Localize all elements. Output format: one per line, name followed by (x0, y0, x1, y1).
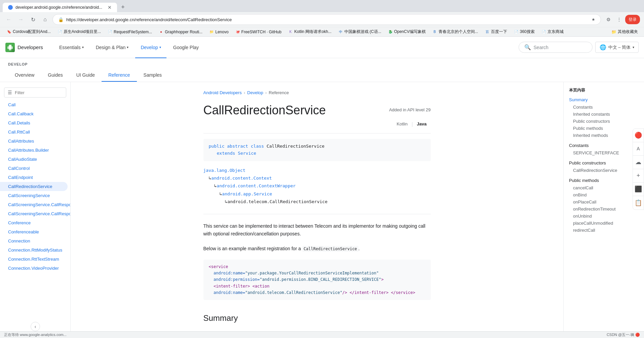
bookmark-item[interactable]: 📄 RequestFileSystem... (105, 29, 155, 35)
sidebar-collapse-btn[interactable]: ‹ (31, 322, 40, 331)
sidebar-item-connection-rttmodifystatus[interactable]: Connection.RttModifyStatus (0, 246, 68, 255)
sidebar-item-call-details[interactable]: Call.Details (0, 118, 68, 127)
bookmark-item[interactable]: 中 中国象棋游戏 (C语... (336, 28, 384, 35)
tab-samples[interactable]: Samples (137, 69, 168, 82)
bookmark-item[interactable]: 📄 360搜索 (511, 28, 537, 35)
tab-close[interactable]: ✕ (108, 5, 112, 10)
bookmark-item[interactable]: B 青春北京的个人空间... (430, 28, 481, 35)
bookmark-item[interactable]: ● Graphhopper Routi... (156, 29, 205, 35)
breadcrumb-android-developers[interactable]: Android Developers (203, 90, 242, 95)
toc-item-onbind[interactable]: onBind (569, 191, 639, 198)
hier-link-contextwrapper[interactable]: android.content.ContextWrapper (217, 182, 296, 190)
edge-btn-5[interactable]: ⬛ (633, 183, 644, 196)
sidebar-item-callendpoint[interactable]: CallEndpoint (0, 173, 68, 182)
filter-box[interactable]: ☰ (4, 87, 66, 98)
toc-item-onplacecall[interactable]: onPlaceCall (569, 198, 639, 205)
bookmark-item[interactable]: 📄 京东商城 (539, 28, 566, 35)
toc-item-onredirectiontimeout[interactable]: onRedirectionTimeout (569, 205, 639, 213)
address-bar[interactable]: 🔒 https://developer.android.google.cn/re… (52, 14, 601, 25)
tab-guides[interactable]: Guides (41, 69, 69, 82)
sidebar-item-callscreening-callresponse-builder[interactable]: CallScreeningService.CallResponse.Builde… (0, 209, 68, 218)
kotlin-lang-btn[interactable]: Kotlin (392, 120, 412, 128)
edge-btn-2[interactable]: A (633, 142, 644, 156)
bookmark-item[interactable]: 百 百度一下 (482, 28, 510, 35)
menu-btn[interactable]: ⋮ (614, 15, 624, 24)
service-link[interactable]: Service (238, 151, 256, 156)
breadcrumb-develop[interactable]: Develop (247, 90, 263, 95)
toc-item-public-methods[interactable]: Public methods (569, 125, 639, 132)
bookmark-item[interactable]: 🐙 FreeSWITCH · GitHub (233, 29, 284, 35)
language-selector[interactable]: 🌐 中文 – 简体 ▾ (595, 42, 639, 53)
toc-item-inherited-methods[interactable]: Inherited methods (569, 132, 639, 139)
hier-link-context[interactable]: android.content.Context (211, 174, 272, 182)
sidebar-item-call[interactable]: Call (0, 100, 68, 109)
new-tab-btn[interactable]: + (117, 2, 129, 12)
bookmark-item[interactable]: 📄 原生Android项目里... (55, 28, 104, 35)
page-title-area: CallRedirectionService Added in API leve… (203, 103, 431, 134)
bookmark-icon: B (432, 30, 437, 34)
url-text: https://developer.android.google.cn/refe… (66, 17, 589, 22)
sidebar-item-connection-videoprovider[interactable]: Connection.VideoProvider (0, 264, 68, 273)
back-button[interactable]: ← (4, 15, 13, 24)
logo-text: Developers (17, 44, 43, 50)
bookmarks-more[interactable]: 📁 其他收藏夹 (609, 28, 640, 35)
tab-reference[interactable]: Reference (102, 69, 137, 82)
extensions-btn[interactable]: ⚙ (604, 15, 613, 24)
toc-section-public-methods[interactable]: Public methods (569, 178, 639, 183)
edge-btn-1[interactable]: 🔴 (633, 129, 644, 142)
bookmark-icon: K (288, 30, 293, 34)
toc-item-constructor[interactable]: CallRedirectionService (569, 167, 639, 174)
toc-section-constants[interactable]: Constants (569, 143, 639, 148)
sidebar-item-callaudiostate[interactable]: CallAudioState (0, 155, 68, 164)
bookmark-item[interactable]: 🔖 Cordova配置到And... (4, 28, 53, 35)
toc-item-redirectcall[interactable]: redirectCall (569, 227, 639, 234)
login-btn[interactable]: 登录 (625, 15, 640, 24)
toc-item-public-constructors[interactable]: Public constructors (569, 118, 639, 125)
edge-btn-6[interactable]: 📋 (633, 196, 644, 210)
toc-item-inherited-constants[interactable]: Inherited constants (569, 111, 639, 118)
sidebar-item-connection-rtttextstream[interactable]: Connection.RttTextStream (0, 255, 68, 264)
java-lang-btn[interactable]: Java (413, 120, 431, 128)
forward-button[interactable]: → (16, 15, 26, 24)
edge-btn-3[interactable]: ☁ (633, 156, 644, 169)
toc-section-public-constructors[interactable]: Public constructors (569, 160, 639, 165)
sidebar-item-callscreening-callresponse[interactable]: CallScreeningService.CallResponse (0, 200, 68, 209)
toc-item-service-interface[interactable]: SERVICE_INTERFACE (569, 149, 639, 156)
bookmark-item[interactable]: K Kotlin 网络请求okh... (286, 28, 334, 35)
nav-develop[interactable]: Develop ▾ (135, 42, 166, 53)
sidebar-item-callcontrol[interactable]: CallControl (0, 164, 68, 173)
hier-link-service[interactable]: android.app.Service (222, 190, 272, 198)
status-left: 正在等待 www.google-analytics.com... (4, 332, 67, 337)
sidebar-item-callredirectionservice[interactable]: CallRedirectionService (0, 182, 68, 191)
nav-google-play[interactable]: Google Play (168, 42, 204, 53)
nav-essentials[interactable]: Essentials ▾ (54, 42, 89, 53)
toc-section-summary[interactable]: Summary (569, 97, 639, 102)
sidebar-item-connection[interactable]: Connection (0, 236, 68, 246)
toc-item-cancelcall[interactable]: cancelCall (569, 184, 639, 191)
edge-btn-4[interactable]: + (633, 169, 644, 183)
refresh-button[interactable]: ↻ (28, 15, 38, 24)
hier-link-object[interactable]: java.lang.Object (203, 166, 245, 174)
sidebar-item-conference[interactable]: Conference (0, 218, 68, 227)
sidebar-item-conferenceable[interactable]: Conferenceable (0, 227, 68, 236)
toc-item-placecallunmodified[interactable]: placeCallUnmodified (569, 220, 639, 227)
develop-label: DEVELOP (8, 62, 636, 66)
toc-item-onunbind[interactable]: onUnbind (569, 213, 639, 220)
sidebar-item-call-rttcall[interactable]: Call.RttCall (0, 127, 68, 137)
nav-design[interactable]: Design & Plan ▾ (90, 42, 134, 53)
active-tab[interactable]: developer.android.google.cn/reference/an… (3, 3, 117, 12)
sidebar-item-callscreeningservice[interactable]: CallScreeningService (0, 191, 68, 200)
filter-input[interactable] (15, 90, 63, 95)
bookmark-item[interactable]: 📁 Lenovo (206, 29, 231, 35)
bookmark-icon: 🔖 (7, 30, 11, 34)
sidebar-item-call-callback[interactable]: Call.Callback (0, 109, 68, 118)
bookmark-item[interactable]: 🐉 OpenCV编写象棋 (385, 28, 428, 35)
sidebar-item-callattributes-builder[interactable]: CallAttributes.Builder (0, 146, 68, 155)
tab-overview[interactable]: Overview (8, 69, 41, 82)
tab-bar: developer.android.google.cn/reference/an… (0, 0, 644, 12)
search-box[interactable]: 🔍 Search (519, 42, 593, 53)
tab-ui-guide[interactable]: UI Guide (70, 69, 102, 82)
sidebar-item-callattributes[interactable]: CallAttributes (0, 137, 68, 146)
home-button[interactable]: ⌂ (40, 15, 50, 24)
toc-item-constants[interactable]: Constants (569, 104, 639, 111)
